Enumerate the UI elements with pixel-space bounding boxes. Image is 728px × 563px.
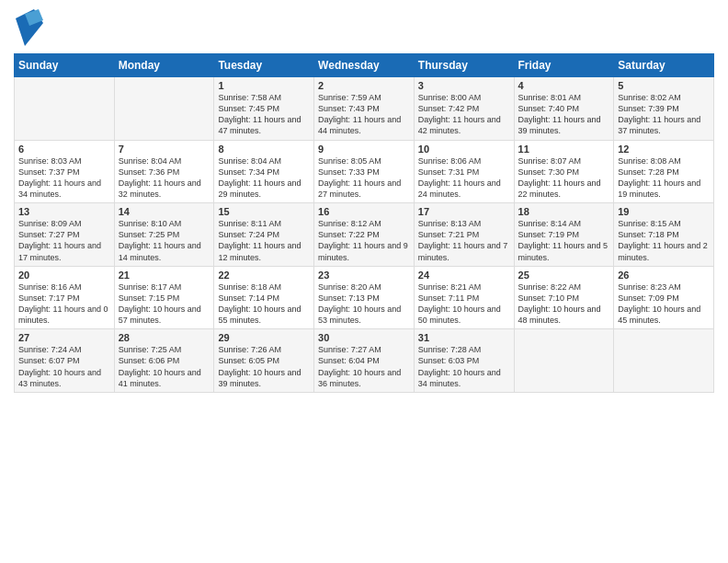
day-number: 12 <box>618 144 710 155</box>
calendar-cell <box>614 329 714 393</box>
day-info: Sunrise: 8:04 AM Sunset: 7:36 PM Dayligh… <box>119 155 210 201</box>
calendar-week-row: 20Sunrise: 8:16 AM Sunset: 7:17 PM Dayli… <box>15 266 714 329</box>
day-number: 24 <box>418 270 510 281</box>
calendar-cell: 19Sunrise: 8:15 AM Sunset: 7:18 PM Dayli… <box>614 203 714 267</box>
day-info: Sunrise: 8:23 AM Sunset: 7:09 PM Dayligh… <box>618 282 710 327</box>
day-number: 31 <box>418 332 510 343</box>
calendar-cell: 8Sunrise: 8:04 AM Sunset: 7:34 PM Daylig… <box>214 140 314 203</box>
calendar-cell: 3Sunrise: 8:00 AM Sunset: 7:42 PM Daylig… <box>414 77 514 141</box>
calendar-table: SundayMondayTuesdayWednesdayThursdayFrid… <box>14 53 714 393</box>
day-info: Sunrise: 8:10 AM Sunset: 7:25 PM Dayligh… <box>119 218 210 263</box>
day-info: Sunrise: 7:58 AM Sunset: 7:45 PM Dayligh… <box>218 92 310 137</box>
calendar-cell: 9Sunrise: 8:05 AM Sunset: 7:33 PM Daylig… <box>314 140 415 203</box>
logo <box>14 9 43 46</box>
day-number: 21 <box>119 270 210 281</box>
day-info: Sunrise: 8:12 AM Sunset: 7:22 PM Dayligh… <box>318 218 410 263</box>
calendar-header-row: SundayMondayTuesdayWednesdayThursdayFrid… <box>15 54 714 77</box>
calendar-cell: 4Sunrise: 8:01 AM Sunset: 7:40 PM Daylig… <box>514 77 614 141</box>
calendar-cell: 25Sunrise: 8:22 AM Sunset: 7:10 PM Dayli… <box>514 266 614 329</box>
day-info: Sunrise: 8:17 AM Sunset: 7:15 PM Dayligh… <box>119 282 210 327</box>
calendar-cell <box>15 77 115 141</box>
calendar-cell: 20Sunrise: 8:16 AM Sunset: 7:17 PM Dayli… <box>15 266 115 329</box>
calendar-week-row: 6Sunrise: 8:03 AM Sunset: 7:37 PM Daylig… <box>15 140 714 203</box>
day-number: 7 <box>119 144 210 155</box>
day-number: 28 <box>119 332 210 343</box>
calendar-cell: 31Sunrise: 7:28 AM Sunset: 6:03 PM Dayli… <box>414 329 514 393</box>
day-info: Sunrise: 7:24 AM Sunset: 6:07 PM Dayligh… <box>18 344 110 389</box>
day-info: Sunrise: 8:11 AM Sunset: 7:24 PM Dayligh… <box>218 218 310 263</box>
day-info: Sunrise: 7:26 AM Sunset: 6:05 PM Dayligh… <box>218 344 310 389</box>
day-number: 25 <box>518 270 610 281</box>
calendar-day-header: Thursday <box>414 54 514 77</box>
day-number: 23 <box>318 270 410 281</box>
day-info: Sunrise: 7:28 AM Sunset: 6:03 PM Dayligh… <box>418 344 510 389</box>
day-number: 22 <box>218 270 310 281</box>
calendar-cell: 5Sunrise: 8:02 AM Sunset: 7:39 PM Daylig… <box>614 77 714 141</box>
day-info: Sunrise: 8:18 AM Sunset: 7:14 PM Dayligh… <box>218 282 310 327</box>
calendar-cell: 27Sunrise: 7:24 AM Sunset: 6:07 PM Dayli… <box>15 329 115 393</box>
day-info: Sunrise: 7:27 AM Sunset: 6:04 PM Dayligh… <box>318 344 410 389</box>
day-number: 29 <box>218 332 310 343</box>
calendar-cell: 23Sunrise: 8:20 AM Sunset: 7:13 PM Dayli… <box>314 266 415 329</box>
day-number: 18 <box>518 206 610 217</box>
day-info: Sunrise: 8:15 AM Sunset: 7:18 PM Dayligh… <box>618 218 710 263</box>
calendar-week-row: 1Sunrise: 7:58 AM Sunset: 7:45 PM Daylig… <box>15 77 714 141</box>
calendar-week-row: 13Sunrise: 8:09 AM Sunset: 7:27 PM Dayli… <box>15 203 714 267</box>
day-number: 8 <box>218 144 310 155</box>
logo-icon <box>16 9 43 46</box>
calendar-cell: 22Sunrise: 8:18 AM Sunset: 7:14 PM Dayli… <box>214 266 314 329</box>
day-number: 16 <box>318 206 410 217</box>
day-number: 27 <box>18 332 110 343</box>
day-info: Sunrise: 8:02 AM Sunset: 7:39 PM Dayligh… <box>618 92 710 137</box>
day-info: Sunrise: 8:20 AM Sunset: 7:13 PM Dayligh… <box>318 282 410 327</box>
day-number: 17 <box>418 206 510 217</box>
calendar-cell: 11Sunrise: 8:07 AM Sunset: 7:30 PM Dayli… <box>514 140 614 203</box>
day-info: Sunrise: 8:01 AM Sunset: 7:40 PM Dayligh… <box>518 92 610 137</box>
day-number: 9 <box>318 144 410 155</box>
day-info: Sunrise: 8:13 AM Sunset: 7:21 PM Dayligh… <box>418 218 510 263</box>
day-number: 6 <box>18 144 110 155</box>
day-info: Sunrise: 8:09 AM Sunset: 7:27 PM Dayligh… <box>18 218 110 263</box>
day-info: Sunrise: 8:07 AM Sunset: 7:30 PM Dayligh… <box>518 155 610 201</box>
day-number: 5 <box>618 80 710 91</box>
day-number: 4 <box>518 80 610 91</box>
day-number: 19 <box>618 206 710 217</box>
calendar-cell <box>514 329 614 393</box>
header <box>14 9 714 46</box>
calendar-cell: 17Sunrise: 8:13 AM Sunset: 7:21 PM Dayli… <box>414 203 514 267</box>
day-number: 11 <box>518 144 610 155</box>
calendar-cell: 29Sunrise: 7:26 AM Sunset: 6:05 PM Dayli… <box>214 329 314 393</box>
day-number: 3 <box>418 80 510 91</box>
day-number: 10 <box>418 144 510 155</box>
day-number: 20 <box>18 270 110 281</box>
calendar-cell: 12Sunrise: 8:08 AM Sunset: 7:28 PM Dayli… <box>614 140 714 203</box>
day-info: Sunrise: 7:25 AM Sunset: 6:06 PM Dayligh… <box>119 344 210 389</box>
calendar-cell: 16Sunrise: 8:12 AM Sunset: 7:22 PM Dayli… <box>314 203 415 267</box>
calendar-day-header: Tuesday <box>214 54 314 77</box>
day-info: Sunrise: 8:00 AM Sunset: 7:42 PM Dayligh… <box>418 92 510 137</box>
calendar-day-header: Saturday <box>614 54 714 77</box>
calendar-cell: 7Sunrise: 8:04 AM Sunset: 7:36 PM Daylig… <box>114 140 214 203</box>
calendar-cell: 2Sunrise: 7:59 AM Sunset: 7:43 PM Daylig… <box>314 77 415 141</box>
day-number: 30 <box>318 332 410 343</box>
day-info: Sunrise: 8:21 AM Sunset: 7:11 PM Dayligh… <box>418 282 510 327</box>
calendar-cell: 21Sunrise: 8:17 AM Sunset: 7:15 PM Dayli… <box>114 266 214 329</box>
day-number: 26 <box>618 270 710 281</box>
calendar-week-row: 27Sunrise: 7:24 AM Sunset: 6:07 PM Dayli… <box>15 329 714 393</box>
calendar-cell: 30Sunrise: 7:27 AM Sunset: 6:04 PM Dayli… <box>314 329 415 393</box>
calendar-cell: 6Sunrise: 8:03 AM Sunset: 7:37 PM Daylig… <box>15 140 115 203</box>
calendar-day-header: Sunday <box>15 54 115 77</box>
day-info: Sunrise: 8:04 AM Sunset: 7:34 PM Dayligh… <box>218 155 310 201</box>
day-info: Sunrise: 8:08 AM Sunset: 7:28 PM Dayligh… <box>618 155 710 201</box>
calendar-day-header: Friday <box>514 54 614 77</box>
day-number: 14 <box>119 206 210 217</box>
calendar-cell: 15Sunrise: 8:11 AM Sunset: 7:24 PM Dayli… <box>214 203 314 267</box>
day-number: 2 <box>318 80 410 91</box>
calendar-cell: 28Sunrise: 7:25 AM Sunset: 6:06 PM Dayli… <box>114 329 214 393</box>
calendar-day-header: Wednesday <box>314 54 415 77</box>
calendar-day-header: Monday <box>114 54 214 77</box>
main-container: SundayMondayTuesdayWednesdayThursdayFrid… <box>0 0 728 402</box>
calendar-cell: 1Sunrise: 7:58 AM Sunset: 7:45 PM Daylig… <box>214 77 314 141</box>
day-info: Sunrise: 8:06 AM Sunset: 7:31 PM Dayligh… <box>418 155 510 201</box>
day-number: 13 <box>18 206 110 217</box>
